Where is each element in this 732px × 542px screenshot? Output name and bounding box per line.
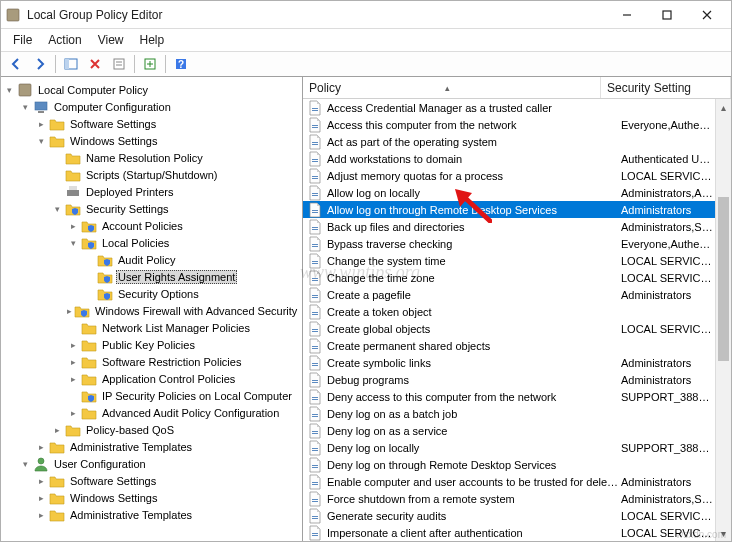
policy-row[interactable]: Deny log on locallySUPPORT_388945a0 — [303, 439, 715, 456]
policy-row[interactable]: Deny log on as a service — [303, 422, 715, 439]
policy-row[interactable]: Generate security auditsLOCAL SERVICE,NE… — [303, 507, 715, 524]
policy-row[interactable]: Add workstations to domainAuthenticated … — [303, 150, 715, 167]
expand-icon[interactable]: ▸ — [67, 407, 79, 419]
tree-node-label: Windows Settings — [68, 492, 159, 504]
tree-node[interactable]: ▸Windows Firewall with Advanced Security — [1, 302, 302, 319]
close-button[interactable] — [687, 2, 727, 28]
policy-row[interactable]: Bypass traverse checkingEveryone,Authent… — [303, 235, 715, 252]
scroll-down-button[interactable]: ▾ — [716, 525, 731, 541]
menu-help[interactable]: Help — [132, 30, 173, 50]
tree-node[interactable]: Scripts (Startup/Shutdown) — [1, 166, 302, 183]
tree-node[interactable]: ▸Administrative Templates — [1, 506, 302, 523]
delete-button[interactable] — [84, 53, 106, 75]
expand-icon[interactable]: ▸ — [35, 441, 47, 453]
forward-button[interactable] — [29, 53, 51, 75]
policy-row[interactable]: Create global objectsLOCAL SERVICE,NETWO… — [303, 320, 715, 337]
expand-icon[interactable]: ▸ — [35, 475, 47, 487]
expand-icon[interactable]: ▸ — [67, 220, 79, 232]
policy-row[interactable]: Allow log on locallyAdministrators,Accou… — [303, 184, 715, 201]
menu-file[interactable]: File — [5, 30, 40, 50]
policy-row[interactable]: Create a token object — [303, 303, 715, 320]
scrollbar-thumb[interactable] — [718, 197, 729, 361]
policy-row[interactable]: Change the system timeLOCAL SERVICE,Admi… — [303, 252, 715, 269]
sec-icon — [97, 286, 113, 302]
collapse-icon[interactable]: ▾ — [19, 458, 31, 470]
tree-node[interactable]: ▸Software Settings — [1, 472, 302, 489]
expand-icon[interactable]: ▸ — [67, 373, 79, 385]
tree-node[interactable]: Deployed Printers — [1, 183, 302, 200]
policy-row[interactable]: Deny log on as a batch job — [303, 405, 715, 422]
menu-view[interactable]: View — [90, 30, 132, 50]
policy-setting: Everyone,Authenticated ... — [621, 119, 715, 131]
tree-node[interactable]: ▸Software Restriction Policies — [1, 353, 302, 370]
collapse-icon[interactable]: ▾ — [19, 101, 31, 113]
show-hide-tree-button[interactable] — [60, 53, 82, 75]
policy-row[interactable]: Act as part of the operating system — [303, 133, 715, 150]
column-setting[interactable]: Security Setting — [601, 77, 731, 98]
policy-row[interactable]: Create a pagefileAdministrators — [303, 286, 715, 303]
expand-icon[interactable]: ▸ — [35, 118, 47, 130]
policy-row[interactable]: Deny access to this computer from the ne… — [303, 388, 715, 405]
tree-node[interactable]: ▸Account Policies — [1, 217, 302, 234]
column-policy[interactable]: Policy ▴ — [303, 77, 601, 98]
tree-node[interactable]: ▸Policy-based QoS — [1, 421, 302, 438]
policy-name: Force shutdown from a remote system — [327, 493, 621, 505]
tree-node[interactable]: ▾User Configuration — [1, 455, 302, 472]
tree-node[interactable]: ▸Windows Settings — [1, 489, 302, 506]
policy-row[interactable]: Back up files and directoriesAdministrat… — [303, 218, 715, 235]
expand-icon[interactable]: ▸ — [51, 424, 63, 436]
tree-pane[interactable]: ▾Local Computer Policy▾Computer Configur… — [1, 77, 303, 541]
policy-icon — [307, 168, 323, 184]
tree-node[interactable]: ▸Application Control Policies — [1, 370, 302, 387]
export-button[interactable] — [139, 53, 161, 75]
policy-name: Act as part of the operating system — [327, 136, 621, 148]
policy-row[interactable]: Access Credential Manager as a trusted c… — [303, 99, 715, 116]
expand-icon[interactable]: ▸ — [35, 509, 47, 521]
expand-icon[interactable]: ▸ — [67, 356, 79, 368]
tree-node[interactable]: Security Options — [1, 285, 302, 302]
tree-node[interactable]: ▸Administrative Templates — [1, 438, 302, 455]
tree-node[interactable]: Network List Manager Policies — [1, 319, 302, 336]
policy-row[interactable]: Debug programsAdministrators — [303, 371, 715, 388]
expand-icon[interactable]: ▸ — [35, 492, 47, 504]
vertical-scrollbar[interactable]: ▴ ▾ — [715, 99, 731, 541]
tree-node[interactable]: ▸Public Key Policies — [1, 336, 302, 353]
minimize-button[interactable] — [607, 2, 647, 28]
maximize-button[interactable] — [647, 2, 687, 28]
properties-button[interactable] — [108, 53, 130, 75]
policy-row[interactable]: Force shutdown from a remote systemAdmin… — [303, 490, 715, 507]
policy-row[interactable]: Allow log on through Remote Desktop Serv… — [303, 201, 715, 218]
collapse-icon[interactable]: ▾ — [67, 237, 79, 249]
policy-row[interactable]: Impersonate a client after authenticatio… — [303, 524, 715, 541]
policy-row[interactable]: Create permanent shared objects — [303, 337, 715, 354]
menu-action[interactable]: Action — [40, 30, 89, 50]
gp-icon — [17, 82, 33, 98]
collapse-icon[interactable]: ▾ — [3, 84, 15, 96]
collapse-icon[interactable]: ▾ — [35, 135, 47, 147]
tree-node[interactable]: ▸Software Settings — [1, 115, 302, 132]
tree-node[interactable]: Name Resolution Policy — [1, 149, 302, 166]
tree-node[interactable]: IP Security Policies on Local Computer — [1, 387, 302, 404]
tree-node[interactable]: User Rights Assignment — [1, 268, 302, 285]
tree-node[interactable]: Audit Policy — [1, 251, 302, 268]
expand-icon[interactable]: ▸ — [67, 305, 72, 317]
policy-row[interactable]: Adjust memory quotas for a processLOCAL … — [303, 167, 715, 184]
back-button[interactable] — [5, 53, 27, 75]
help-button[interactable]: ? — [170, 53, 192, 75]
policy-row[interactable]: Enable computer and user accounts to be … — [303, 473, 715, 490]
scroll-up-button[interactable]: ▴ — [716, 99, 731, 115]
folder-icon — [65, 167, 81, 183]
policy-row[interactable]: Deny log on through Remote Desktop Servi… — [303, 456, 715, 473]
tree-node[interactable]: ▾Local Computer Policy — [1, 81, 302, 98]
tree-node[interactable]: ▸Advanced Audit Policy Configuration — [1, 404, 302, 421]
tree-node[interactable]: ▾Windows Settings — [1, 132, 302, 149]
policy-row[interactable]: Create symbolic linksAdministrators — [303, 354, 715, 371]
policy-row[interactable]: Change the time zoneLOCAL SERVICE,Admini… — [303, 269, 715, 286]
tree-node[interactable]: ▾Security Settings — [1, 200, 302, 217]
expand-icon[interactable]: ▸ — [67, 339, 79, 351]
tree-node[interactable]: ▾Computer Configuration — [1, 98, 302, 115]
collapse-icon[interactable]: ▾ — [51, 203, 63, 215]
tree-node[interactable]: ▾Local Policies — [1, 234, 302, 251]
list-body[interactable]: Access Credential Manager as a trusted c… — [303, 99, 715, 541]
policy-row[interactable]: Access this computer from the networkEve… — [303, 116, 715, 133]
